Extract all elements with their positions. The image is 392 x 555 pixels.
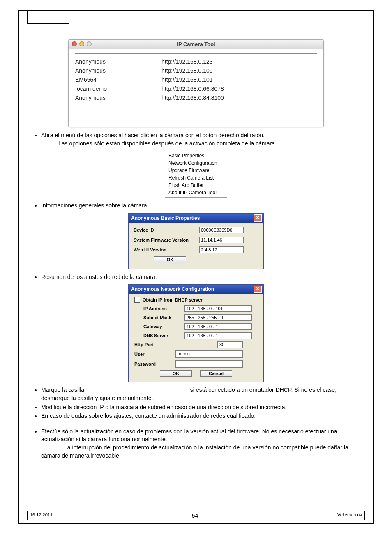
dns-server-field[interactable]: 192 . 168 . 0 . 1 (184, 332, 252, 339)
page-footer: 16.12.2011 54 Velleman nv (27, 511, 365, 520)
field-label: IP Address (143, 306, 184, 311)
field-label: Http Port (134, 342, 175, 347)
footer-date: 16.12.2011 (30, 512, 53, 519)
window-titlebar: IP Camera Tool (69, 40, 323, 49)
basic-properties-dialog: Anonymous Basic Properties ✕ Device ID00… (128, 213, 264, 269)
password-field[interactable] (175, 360, 243, 368)
bullet-text: Abra el menú de las opciones al hacer cl… (41, 131, 365, 147)
network-config-dialog: Anonymous Network Configuration ✕ Obtain… (128, 284, 264, 382)
menu-item[interactable]: Refresh Camera List (165, 174, 227, 182)
menu-item[interactable]: About IP Camera Tool (165, 189, 227, 196)
bullet-text: Informaciones generales sobre la cámara. (41, 202, 365, 210)
field-label: Gateway (143, 324, 184, 329)
field-label: User (134, 352, 175, 357)
ip-address-field[interactable]: 192 . 168 . 0 . 101 (184, 305, 252, 312)
camera-row[interactable]: Anonymoushttp://192.168.0.100 (75, 66, 317, 75)
subnet-mask-field[interactable]: 255 . 255 . 255 . 0 (184, 314, 252, 321)
ok-button[interactable]: OK (154, 256, 186, 263)
http-port-field[interactable]: 80 (217, 341, 243, 348)
close-icon[interactable] (72, 41, 77, 46)
prop-label: System Firmware Version (134, 237, 199, 242)
menu-item[interactable]: Upgrade Firmware (165, 167, 227, 174)
logo-placeholder (27, 11, 69, 24)
user-field[interactable]: admin (175, 350, 243, 358)
minimize-icon[interactable] (79, 41, 84, 46)
prop-value: 2.4.8.12 (199, 246, 244, 253)
dhcp-checkbox[interactable] (134, 297, 140, 303)
cancel-button[interactable]: Cancel (200, 370, 232, 377)
context-menu: Basic Properties Network Configuration U… (165, 151, 227, 198)
menu-item[interactable]: Flush Arp Buffer (165, 182, 227, 189)
prop-value: 11.14.1.46 (199, 237, 244, 243)
bullet-text: Efectúe sólo la actualización en caso de… (41, 428, 365, 460)
dhcp-label: Obtain IP from DHCP server (143, 297, 203, 302)
menu-item[interactable]: Basic Properties (165, 152, 227, 159)
close-icon[interactable]: ✕ (254, 286, 262, 293)
footer-brand: Velleman nv (337, 512, 362, 519)
menu-item[interactable]: Network Configuration (165, 159, 227, 167)
dialog-title: Anonymous Basic Properties (131, 215, 200, 221)
field-label: Password (134, 362, 175, 366)
bullet-text: Marque la casilla si está conectado a un… (41, 386, 365, 402)
prop-label: Device ID (134, 228, 199, 233)
close-icon[interactable]: ✕ (254, 214, 262, 222)
camera-row[interactable]: EM6564http://192.168.0.101 (75, 75, 317, 84)
zoom-icon[interactable] (87, 41, 92, 46)
camera-row[interactable]: Anonymoushttp://192.168.0.123 (75, 57, 317, 66)
camera-row[interactable]: Iocam demohttp://192.168.0.66:8078 (75, 84, 317, 93)
camera-row[interactable]: Anonymoushttp://192.168.0.84:8100 (75, 93, 317, 102)
prop-value: 00606E8369D0 (199, 227, 244, 233)
ok-button[interactable]: OK (160, 370, 192, 377)
field-label: Subnet Mask (143, 315, 184, 320)
prop-label: Web UI Version (134, 247, 199, 252)
window-title: IP Camera Tool (177, 41, 215, 47)
bullet-text: Modifique la dirección IP o la máscara d… (41, 403, 365, 412)
dialog-title: Anonymous Network Configuration (131, 286, 214, 292)
ip-camera-tool-window: IP Camera Tool Anonymoushttp://192.168.0… (68, 39, 324, 127)
bullet-text: Resumen de los ajustes de red de la cáma… (41, 273, 365, 281)
footer-page: 54 (192, 512, 198, 519)
bullet-text: En caso de dudas sobre los ajustes, cont… (41, 412, 365, 420)
field-label: DNS Server (143, 333, 184, 338)
gateway-field[interactable]: 192 . 168 . 0 . 1 (184, 323, 252, 330)
